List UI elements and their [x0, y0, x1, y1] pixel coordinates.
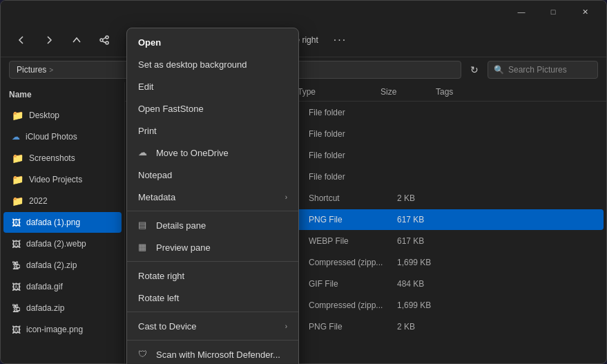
- ctx-rotate-left-label: Rotate left: [138, 293, 179, 303]
- refresh-button[interactable]: ↻: [465, 61, 483, 79]
- folder-icon-icloud: ☁: [12, 132, 20, 142]
- ctx-print-label: Print: [138, 126, 157, 136]
- sidebar-item-dafadazip[interactable]: 🗜 dafada.zip: [3, 298, 122, 318]
- ctx-notepad-label: Notepad: [138, 170, 172, 180]
- ctx-edit[interactable]: Edit: [127, 75, 298, 97]
- sidebar-item-dafada2zip[interactable]: 🗜 dafada (2).zip: [3, 255, 122, 276]
- sidebar-label-dafadagif: dafada.gif: [26, 282, 63, 291]
- zip-icon: 🗜: [12, 260, 21, 271]
- sidebar-header-label: Name: [9, 90, 32, 99]
- sidebar-item-2022[interactable]: 📁 2022: [3, 191, 122, 211]
- toolbar: Rotate left Rotate right ···: [1, 23, 606, 57]
- sidebar-item-screenshots[interactable]: 📁 Screenshots: [3, 148, 122, 169]
- file-type: File folder: [309, 108, 392, 117]
- file-type: File folder: [309, 172, 392, 182]
- folder-icon-screenshots: 📁: [12, 153, 23, 164]
- sidebar-item-dafada2webp[interactable]: 🖼 dafada (2).webp: [3, 233, 122, 254]
- file-size: 1,699 KB: [397, 258, 452, 267]
- close-button[interactable]: ✕: [569, 1, 601, 23]
- sidebar-label-icon-image: icon-image.png: [26, 325, 83, 334]
- folder-icon-2022: 📁: [12, 195, 23, 207]
- ctx-move-onedrive-label: Move to OneDrive: [156, 148, 229, 158]
- file-type: WEBP File: [309, 236, 392, 246]
- file-type: PNG File: [309, 215, 392, 224]
- file-size: 484 KB: [397, 279, 452, 289]
- nav-up-button[interactable]: [64, 28, 89, 52]
- col-header-size[interactable]: Size: [380, 87, 436, 97]
- ctx-sep-1: [127, 211, 298, 211]
- nav-back-button[interactable]: [9, 28, 34, 52]
- forward-icon: [44, 35, 55, 46]
- sidebar-label-2022: 2022: [29, 196, 48, 206]
- sidebar-label-screenshots: Screenshots: [29, 153, 75, 163]
- folder-icon-video: 📁: [12, 174, 23, 185]
- sidebar-label-desktop: Desktop: [29, 111, 59, 120]
- ctx-sep-2: [127, 261, 298, 262]
- ctx-details-pane[interactable]: ▤ Details pane: [127, 214, 298, 236]
- sidebar-item-video-projects[interactable]: 📁 Video Projects: [3, 169, 122, 190]
- preview-pane-icon: ▦: [138, 242, 149, 253]
- file-type: Compressed (zipp...: [309, 258, 392, 267]
- file-type: Compressed (zipp...: [309, 300, 392, 310]
- sidebar-item-desktop[interactable]: 📁 Desktop: [3, 105, 122, 126]
- sidebar-label-icloud: iCloud Photos: [26, 132, 77, 142]
- ctx-rotate-right[interactable]: Rotate right: [127, 265, 298, 287]
- png-icon-dafada1: 🖼: [12, 218, 21, 228]
- sidebar-item-dafadagif[interactable]: 🖼 dafada.gif: [3, 276, 122, 297]
- nav-forward-button[interactable]: [37, 28, 61, 52]
- share-button[interactable]: [92, 28, 117, 52]
- sidebar-label-video: Video Projects: [29, 175, 82, 184]
- col-header-type[interactable]: Type: [298, 87, 380, 97]
- sidebar-label-dafada2zip: dafada (2).zip: [26, 260, 77, 270]
- ctx-rotate-left[interactable]: Rotate left: [127, 287, 298, 309]
- file-size: 617 KB: [397, 215, 452, 224]
- file-type: File folder: [309, 129, 392, 139]
- more-options-button[interactable]: ···: [328, 34, 352, 46]
- context-menu: Open Set as desktop background Edit Open…: [126, 28, 299, 364]
- ctx-print[interactable]: Print: [127, 119, 298, 142]
- share-icon: [99, 35, 110, 46]
- ctx-set-desktop-label: Set as desktop background: [138, 59, 247, 70]
- ctx-move-onedrive[interactable]: ☁ Move to OneDrive: [127, 142, 298, 164]
- search-box[interactable]: 🔍 Search Pictures: [488, 61, 598, 79]
- up-icon: [71, 35, 82, 46]
- ctx-open-faststone-label: Open FastStone: [138, 104, 204, 114]
- ctx-set-desktop[interactable]: Set as desktop background: [127, 53, 298, 75]
- ctx-open-faststone[interactable]: Open FastStone: [127, 97, 298, 119]
- zip-icon2: 🗜: [12, 303, 21, 314]
- sidebar-label-dafadazip: dafada.zip: [26, 303, 64, 313]
- ctx-sep-3: [127, 312, 298, 312]
- sidebar-header: Name: [1, 85, 124, 104]
- maximize-button[interactable]: □: [537, 1, 569, 23]
- ctx-metadata-label: Metadata: [138, 192, 175, 202]
- ctx-preview-pane[interactable]: ▦ Preview pane: [127, 236, 298, 258]
- file-type: Shortcut: [309, 193, 392, 203]
- search-placeholder: Search Pictures: [508, 65, 567, 75]
- webp-icon: 🖼: [12, 239, 21, 249]
- breadcrumb-bar: Pictures > ↻ 🔍 Search Pictures: [1, 57, 606, 82]
- ctx-arrow-metadata: ›: [285, 193, 287, 201]
- ctx-cast-device[interactable]: Cast to Device ›: [127, 315, 298, 337]
- sidebar-item-dafada1[interactable]: 🖼 dafada (1).png: [3, 212, 122, 233]
- col-header-tags[interactable]: Tags: [436, 87, 599, 97]
- sidebar-item-icon-image[interactable]: 🖼 icon-image.png: [3, 319, 122, 340]
- ctx-notepad[interactable]: Notepad: [127, 164, 298, 186]
- ctx-details-pane-label: Details pane: [156, 220, 206, 231]
- sidebar: Name 📁 Desktop ☁ iCloud Photos 📁 Screens…: [1, 82, 125, 363]
- file-size: 2 KB: [397, 322, 452, 332]
- ctx-cast-device-label: Cast to Device: [138, 321, 197, 332]
- ctx-open[interactable]: Open: [127, 31, 298, 53]
- sidebar-item-icloud[interactable]: ☁ iCloud Photos: [3, 126, 122, 147]
- ctx-sep-4: [127, 340, 298, 341]
- minimize-button[interactable]: —: [505, 1, 537, 23]
- titlebar: — □ ✕: [1, 1, 606, 23]
- ctx-metadata[interactable]: Metadata ›: [127, 186, 298, 208]
- folder-icon-desktop: 📁: [12, 110, 23, 121]
- breadcrumb-chevron: >: [49, 66, 53, 74]
- ctx-preview-pane-label: Preview pane: [156, 242, 211, 253]
- sidebar-label-dafada1: dafada (1).png: [26, 218, 80, 227]
- ctx-edit-label: Edit: [138, 82, 153, 92]
- ctx-scan-defender[interactable]: 🛡 Scan with Microsoft Defender...: [127, 343, 298, 364]
- cloud-icon: ☁: [138, 147, 149, 158]
- breadcrumb-text: Pictures: [17, 65, 46, 75]
